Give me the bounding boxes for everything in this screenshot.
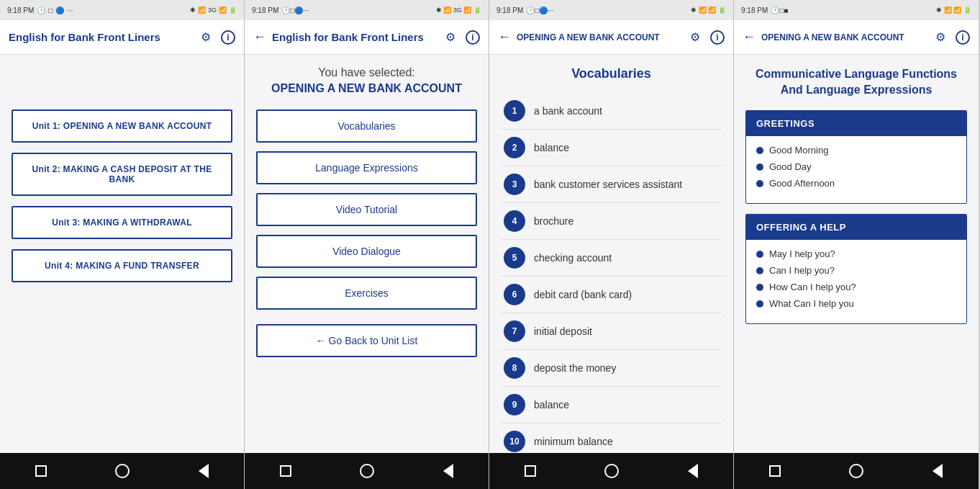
vocab-item: 3 bank customer services assistant	[501, 166, 722, 203]
vocab-label: checking account	[534, 252, 612, 264]
lang-page-title: Communicative Language Functions And Lan…	[745, 66, 967, 99]
vocab-item: 5 checking account	[501, 240, 722, 277]
vocab-label: debit card (bank card)	[534, 289, 632, 300]
status-bar-2: 9:18 PM 🕐□🔵··· ✱ 📶 3G 📶 🔋	[245, 0, 489, 20]
vocab-item: 9 balance	[501, 387, 722, 423]
home-btn-3[interactable]	[602, 461, 622, 481]
go-back-button[interactable]: ← Go Back to Unit List	[256, 324, 477, 357]
bullet-dot	[756, 284, 763, 291]
section-item: What Can I help you	[756, 298, 956, 309]
section-header: GREETINGS	[746, 111, 966, 136]
vocab-number: 4	[504, 210, 525, 232]
vocab-item: 4 brochure	[501, 203, 722, 240]
bottom-bar-1	[0, 453, 244, 489]
info-icon-1[interactable]: i	[221, 30, 235, 45]
bullet-dot	[756, 163, 763, 171]
selected-intro: You have selected:	[256, 66, 477, 79]
bottom-bar-3	[489, 453, 733, 489]
vocab-number: 3	[504, 174, 525, 195]
section-body: May I help you? Can I help you? How Can …	[746, 240, 966, 323]
menu-btn-video[interactable]: Video Tutorial	[256, 193, 477, 226]
home-btn-1[interactable]	[112, 461, 132, 481]
gear-icon-3[interactable]: ⚙	[687, 30, 703, 45]
vocab-number: 6	[504, 284, 525, 305]
gear-icon-1[interactable]: ⚙	[198, 30, 214, 45]
vocab-item: 1 a bank account	[501, 93, 722, 130]
bullet-dot	[756, 251, 763, 258]
nav-title-3: OPENING A NEW BANK ACCOUNT	[517, 32, 687, 42]
unit-btn-3[interactable]: Unit 3: MAKING A WITHDRAWAL	[12, 206, 232, 239]
section-item-text: What Can I help you	[769, 298, 854, 309]
back-arrow-4[interactable]: ←	[743, 30, 756, 45]
back-btn-4[interactable]	[927, 461, 948, 481]
vocab-number: 10	[504, 431, 525, 452]
back-btn-2[interactable]	[438, 461, 458, 481]
stop-btn-3[interactable]	[520, 461, 540, 481]
status-bar-4: 9:18 PM 🕐□■ ✱ 📶 📶 🔋	[734, 0, 979, 20]
section-item: Good Morning	[756, 145, 956, 156]
unit-btn-1[interactable]: Unit 1: OPENING A NEW BANK ACCOUNT	[12, 109, 232, 143]
section-item-text: Can I help you?	[769, 265, 835, 276]
stop-btn-1[interactable]	[31, 461, 51, 481]
menu-btn-lang[interactable]: Language Expressions	[256, 151, 477, 184]
section-header: OFFERING A HELP	[746, 215, 966, 240]
section-box: OFFERING A HELP May I help you? Can I he…	[745, 214, 967, 324]
menu-btn-exercises[interactable]: Exercises	[256, 277, 477, 310]
stop-btn-4[interactable]	[765, 461, 785, 481]
vocab-number: 1	[504, 100, 525, 122]
section-item: Good Day	[756, 161, 956, 172]
vocab-number: 2	[504, 137, 525, 158]
back-arrow-3[interactable]: ←	[498, 30, 511, 45]
bottom-bar-2	[245, 453, 489, 489]
section-item-text: Good Afternoon	[769, 178, 835, 189]
vocab-number: 5	[504, 247, 525, 269]
sections-list: GREETINGS Good Morning Good Day Good Aft…	[745, 110, 967, 324]
vocab-number: 9	[504, 394, 525, 416]
phone-panel-4: 9:18 PM 🕐□■ ✱ 📶 📶 🔋 ← OPENING A NEW BANK…	[734, 0, 979, 489]
back-arrow-2[interactable]: ←	[253, 30, 266, 45]
stop-btn-2[interactable]	[276, 461, 296, 481]
home-btn-4[interactable]	[846, 461, 866, 481]
vocab-label: initial deposit	[534, 326, 592, 337]
info-icon-2[interactable]: i	[466, 30, 480, 45]
nav-bar-3: ← OPENING A NEW BANK ACCOUNT ⚙ i	[489, 20, 733, 55]
vocab-item: 8 deposit the money	[501, 350, 722, 387]
status-bar-3: 9:18 PM 🕐□🔵··· ✱ 📶 📶 🔋	[489, 0, 733, 20]
section-body: Good Morning Good Day Good Afternoon	[746, 136, 966, 203]
back-btn-1[interactable]	[194, 461, 214, 481]
status-bar-1: 9:18 PM 🕐 □ 🔵 ··· ✱ 📶 3G 📶 🔋	[0, 0, 244, 20]
vocab-label: bank customer services assistant	[534, 179, 682, 190]
bullet-dot	[756, 300, 763, 308]
home-btn-2[interactable]	[357, 461, 377, 481]
selected-header: You have selected: OPENING A NEW BANK AC…	[256, 66, 477, 95]
section-box: GREETINGS Good Morning Good Day Good Aft…	[745, 110, 967, 204]
vocab-label: balance	[534, 399, 569, 411]
info-icon-3[interactable]: i	[710, 30, 725, 45]
vocab-list: 1 a bank account 2 balance 3 bank custom…	[501, 93, 722, 453]
section-item: How Can I help you?	[756, 282, 956, 292]
phone-panel-3: 9:18 PM 🕐□🔵··· ✱ 📶 📶 🔋 ← OPENING A NEW B…	[489, 0, 734, 489]
unit-btn-2[interactable]: Unit 2: MAKING A CASH DEPOSIT AT THE BAN…	[12, 153, 232, 196]
section-item: Good Afternoon	[756, 178, 956, 189]
nav-title-1: English for Bank Front Liners	[9, 31, 198, 43]
vocab-item: 10 minimum balance	[501, 423, 722, 453]
menu-btn-vocab[interactable]: Vocabularies	[256, 109, 477, 143]
vocab-item: 7 initial deposit	[501, 313, 722, 350]
content-panel-2: You have selected: OPENING A NEW BANK AC…	[245, 55, 489, 453]
menu-btn-dialogue[interactable]: Video Dialogue	[256, 235, 477, 268]
unit-btn-4[interactable]: Unit 4: MAKING A FUND TRANSFER	[12, 249, 232, 282]
bullet-dot	[756, 180, 763, 187]
vocab-label: a bank account	[534, 105, 602, 117]
section-item: Can I help you?	[756, 265, 956, 276]
section-item: May I help you?	[756, 248, 956, 259]
vocab-label: minimum balance	[534, 436, 613, 447]
gear-icon-4[interactable]: ⚙	[933, 30, 948, 45]
vocab-label: brochure	[534, 215, 573, 227]
nav-bar-2: ← English for Bank Front Liners ⚙ i	[245, 20, 489, 55]
bullet-dot	[756, 147, 763, 154]
info-icon-4[interactable]: i	[956, 30, 970, 45]
content-panel-3: Vocabularies 1 a bank account 2 balance …	[489, 55, 733, 453]
vocab-number: 7	[504, 320, 525, 342]
back-btn-3[interactable]	[683, 461, 703, 481]
gear-icon-2[interactable]: ⚙	[443, 30, 458, 45]
